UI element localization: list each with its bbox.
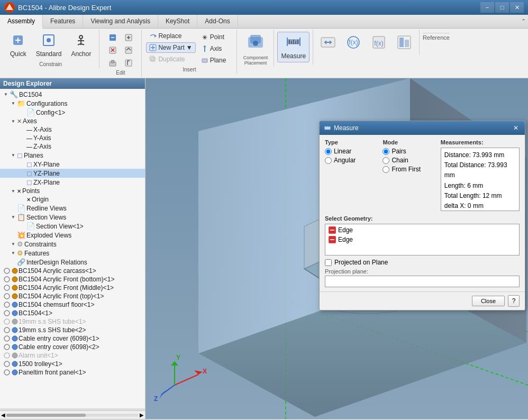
sidebar-item-acrylic-front-middle[interactable]: BC1504 Acrylic Front (Middle)<1> bbox=[0, 284, 145, 292]
mode-from-first-radio[interactable] bbox=[383, 166, 389, 173]
expand-features[interactable]: ▼ bbox=[10, 250, 17, 257]
sidebar-scroll-left[interactable]: ◀ bbox=[1, 412, 5, 418]
mode-pairs-radio[interactable] bbox=[383, 148, 389, 155]
sidebar-item-zx-plane[interactable]: ▶ ◻ ZX-Plane bbox=[0, 178, 145, 187]
sidebar-item-section-views[interactable]: ▼ 📋 Section Views bbox=[0, 213, 145, 222]
sidebar-item-planes[interactable]: ▼ ◻ Planes bbox=[0, 151, 145, 160]
edit-btn-6[interactable] bbox=[121, 57, 136, 69]
sidebar-item-xy-plane[interactable]: ▶ ◻ XY-Plane bbox=[0, 160, 145, 169]
sidebar-item-redline-views[interactable]: ▶ 📄 Redline Views bbox=[0, 204, 145, 213]
measure-button[interactable]: Measure bbox=[277, 32, 309, 62]
sidebar-scroll-right[interactable]: ▶ bbox=[140, 412, 144, 418]
sidebar-item-alarm-unit[interactable]: Alarm unit<1> bbox=[0, 351, 145, 360]
edit-btn-1[interactable] bbox=[105, 32, 120, 43]
sidebar-item-acrylic-carcass[interactable]: BC1504 Acrylic carcass<1> bbox=[0, 267, 145, 275]
sidebar-item-z-axis[interactable]: ▶ — Z-Axis bbox=[0, 142, 145, 151]
expand-planes[interactable]: ▼ bbox=[10, 152, 17, 159]
sidebar-item-paneltim[interactable]: Paneltim front panel<1> bbox=[0, 368, 145, 377]
sidebar-item-cable-cover-1[interactable]: Cable entry cover (6098)<1> bbox=[0, 334, 145, 343]
func-btn-1[interactable] bbox=[316, 32, 340, 53]
sidebar-item-section-view1[interactable]: ▶ 📄 Section View<1> bbox=[0, 222, 145, 231]
sidebar-item-chemsurf-floor[interactable]: BC1504 chemsurf floor<1> bbox=[0, 300, 145, 309]
sidebar-item-acrylic-front-top[interactable]: BC1504 Acrylic Front (top)<1> bbox=[0, 292, 145, 300]
sidebar-item-shs-tube-2[interactable]: 19mm s.s SHS tube<2> bbox=[0, 326, 145, 334]
expand-section-view1[interactable]: ▶ bbox=[19, 223, 26, 230]
mode-from-first-option[interactable]: From First bbox=[383, 166, 435, 173]
sidebar-item-config1[interactable]: ▶ 📄 Config<1> bbox=[0, 108, 145, 117]
sidebar-item-bc1504-1[interactable]: BC1504<1> bbox=[0, 309, 145, 317]
sidebar-item-yz-plane[interactable]: ▶ ◻ YZ-Plane bbox=[0, 169, 145, 178]
projected-plane-checkbox[interactable] bbox=[325, 259, 332, 266]
expand-redline-views[interactable]: ▶ bbox=[10, 205, 17, 212]
edit-btn-5[interactable] bbox=[105, 57, 120, 69]
expand-y-axis[interactable]: ▶ bbox=[19, 134, 26, 142]
quick-button[interactable]: Quick bbox=[6, 31, 30, 60]
tab-addons[interactable]: Add-Ons bbox=[197, 15, 238, 28]
expand-z-axis[interactable]: ▶ bbox=[19, 143, 26, 150]
expand-yz-plane[interactable]: ▶ bbox=[19, 170, 26, 177]
expand-configurations[interactable]: ▼ bbox=[10, 100, 17, 107]
mode-pairs-option[interactable]: Pairs bbox=[383, 148, 435, 155]
minimize-button[interactable]: − bbox=[480, 2, 494, 13]
replace-button[interactable]: Replace bbox=[146, 31, 195, 41]
type-linear-radio[interactable] bbox=[325, 148, 332, 155]
expand-exploded-views[interactable]: ▶ bbox=[10, 232, 17, 239]
close-button[interactable]: ✕ bbox=[510, 2, 524, 13]
sidebar-item-y-axis[interactable]: ▶ — Y-Axis bbox=[0, 134, 145, 142]
edit-btn-4[interactable] bbox=[121, 44, 136, 56]
geometry-item-1[interactable]: Edge bbox=[326, 225, 518, 235]
geometry-item-2[interactable]: Edge bbox=[326, 235, 518, 244]
sidebar-item-x-axis[interactable]: ▶ — X-Axis bbox=[0, 125, 145, 134]
close-button-dialog[interactable]: Close bbox=[472, 296, 505, 306]
expand-zx-plane[interactable]: ▶ bbox=[19, 179, 26, 186]
standard-button[interactable]: Standard bbox=[32, 31, 66, 60]
tab-features[interactable]: Features bbox=[43, 15, 83, 28]
point-button[interactable]: ✳ Point bbox=[198, 32, 230, 42]
ribbon-collapse-btn[interactable]: ⌃ bbox=[521, 18, 526, 25]
expand-origin[interactable]: ▶ bbox=[19, 196, 26, 203]
expand-bc1504[interactable]: ▼ bbox=[2, 91, 10, 98]
plane-button[interactable]: Plane bbox=[198, 55, 230, 66]
expand-xy-plane[interactable]: ▶ bbox=[19, 161, 26, 168]
dialog-close-x-button[interactable]: ✕ bbox=[511, 123, 521, 133]
viewport[interactable]: X Y Z bbox=[145, 78, 528, 419]
sidebar-item-acrylic-front-bottom[interactable]: BC1504 Acrylic Front (bottom)<1> bbox=[0, 275, 145, 284]
sidebar-item-interdesign[interactable]: ▶ 🔗 InterDesign Relations bbox=[0, 258, 145, 267]
expand-interdesign[interactable]: ▶ bbox=[10, 259, 17, 266]
sidebar-item-points[interactable]: ▼ ✕ Points bbox=[0, 187, 145, 195]
sidebar-tree[interactable]: ▼ 🔧 BC1504 ▼ 📁 Configurations ▶ 📄 Config… bbox=[0, 89, 145, 408]
sidebar-item-trolley[interactable]: 1500 trolley<1> bbox=[0, 360, 145, 368]
mode-chain-radio[interactable] bbox=[383, 157, 389, 164]
maximize-button[interactable]: □ bbox=[495, 2, 509, 13]
tab-viewing-analysis[interactable]: Viewing and Analysis bbox=[83, 15, 158, 28]
anchor-button[interactable]: Anchor bbox=[67, 31, 95, 60]
sidebar-item-constraints[interactable]: ▼ ⚙ Constraints bbox=[0, 240, 145, 249]
sidebar-item-shs-tube-1[interactable]: 19mm s.s SHS tube<1> bbox=[0, 317, 145, 326]
expand-x-axis[interactable]: ▶ bbox=[19, 126, 26, 133]
edit-btn-2[interactable] bbox=[121, 32, 136, 43]
tab-assembly[interactable]: Assembly bbox=[0, 15, 43, 29]
projected-plane-checkbox-row[interactable]: Projected on Plane bbox=[325, 259, 520, 266]
func-btn-4[interactable] bbox=[393, 32, 416, 53]
tab-keyshot[interactable]: KeyShot bbox=[158, 15, 197, 28]
projection-plane-input[interactable] bbox=[325, 276, 520, 287]
sidebar-item-bc1504[interactable]: ▼ 🔧 BC1504 bbox=[0, 90, 145, 99]
sidebar-item-configurations[interactable]: ▼ 📁 Configurations bbox=[0, 99, 145, 108]
sidebar-item-axes[interactable]: ▼ ✕ Axes bbox=[0, 117, 145, 125]
window-controls[interactable]: − □ ✕ bbox=[480, 2, 524, 13]
new-part-button[interactable]: New Part ▼ bbox=[146, 42, 195, 53]
type-angular-radio[interactable] bbox=[325, 157, 332, 164]
duplicate-button[interactable]: Duplicate bbox=[146, 54, 195, 65]
new-part-dropdown-icon[interactable]: ▼ bbox=[186, 44, 193, 51]
sidebar-item-origin[interactable]: ▶ ✕ Origin bbox=[0, 195, 145, 204]
sidebar-item-features[interactable]: ▼ ⚙ Features bbox=[0, 249, 145, 258]
sidebar-item-cable-cover-2[interactable]: Cable entry cover (6098)<2> bbox=[0, 343, 145, 351]
help-button[interactable]: ? bbox=[508, 295, 520, 307]
expand-points[interactable]: ▼ bbox=[10, 187, 17, 195]
expand-config1[interactable]: ▶ bbox=[19, 109, 26, 116]
axis-button[interactable]: Axis bbox=[198, 43, 230, 54]
edit-btn-3[interactable]: ✕ bbox=[105, 44, 120, 56]
func-btn-3[interactable]: f(x) bbox=[367, 32, 390, 53]
mode-chain-option[interactable]: Chain bbox=[383, 157, 435, 164]
expand-constraints[interactable]: ▼ bbox=[10, 241, 17, 248]
